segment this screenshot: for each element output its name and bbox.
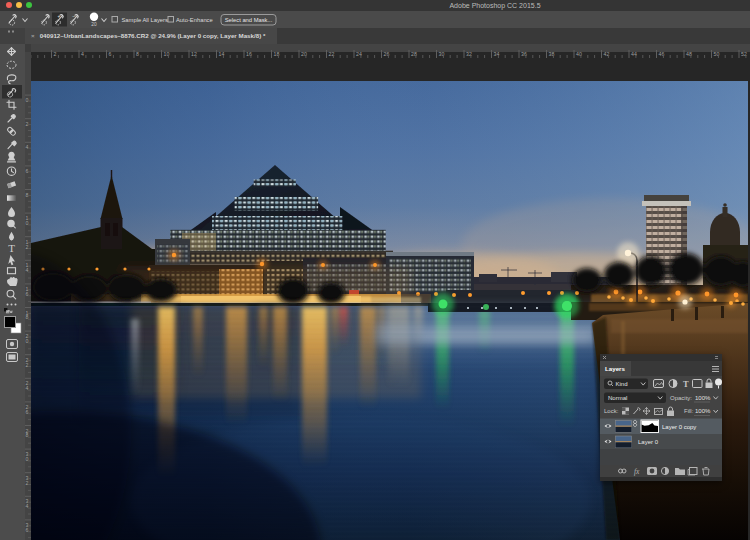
svg-text:Layer 0 copy: Layer 0 copy (662, 424, 696, 430)
svg-text:T: T (683, 379, 689, 389)
svg-text:Kind: Kind (616, 381, 628, 387)
svg-text:10: 10 (26, 215, 29, 226)
svg-text:22: 22 (26, 357, 29, 368)
svg-text:14: 14 (26, 262, 29, 273)
svg-text:20: 20 (91, 22, 97, 27)
svg-text:8: 8 (26, 192, 29, 198)
svg-text:6: 6 (109, 51, 112, 57)
svg-text:2: 2 (54, 51, 57, 57)
svg-text:32: 32 (26, 475, 29, 486)
svg-text:Normal: Normal (608, 395, 627, 401)
svg-text:fx: fx (634, 467, 640, 476)
svg-text:16: 16 (26, 286, 29, 297)
svg-text:18: 18 (26, 310, 29, 321)
svg-text:20: 20 (26, 333, 29, 344)
svg-text:100%: 100% (695, 408, 711, 414)
svg-text:2: 2 (26, 121, 29, 127)
svg-text:12: 12 (26, 239, 29, 250)
svg-text:6: 6 (26, 168, 29, 174)
svg-text:24: 24 (26, 380, 29, 391)
svg-text:100%: 100% (695, 395, 711, 401)
svg-text:–: – (73, 13, 76, 19)
svg-text:T: T (8, 242, 15, 254)
svg-text:Lock:: Lock: (604, 408, 619, 414)
svg-text:30: 30 (26, 451, 29, 462)
svg-text:0: 0 (26, 97, 29, 103)
svg-text:Opacity:: Opacity: (670, 395, 692, 401)
svg-text:Auto-Enhance: Auto-Enhance (176, 17, 213, 23)
svg-text:+: + (58, 13, 61, 19)
svg-text:36: 36 (26, 522, 29, 533)
svg-text:Layers: Layers (605, 365, 626, 372)
svg-text:Fill:: Fill: (684, 408, 694, 414)
svg-text:Layer 0: Layer 0 (638, 439, 659, 445)
svg-text:4: 4 (26, 144, 29, 150)
svg-text:28: 28 (26, 428, 29, 439)
svg-text:26: 26 (26, 404, 29, 415)
svg-text:8: 8 (136, 51, 139, 57)
svg-text:Select and Mask...: Select and Mask... (225, 17, 273, 23)
svg-text:34: 34 (26, 498, 29, 509)
svg-text:Sample All Layers: Sample All Layers (122, 17, 168, 23)
svg-text:4: 4 (81, 51, 84, 57)
